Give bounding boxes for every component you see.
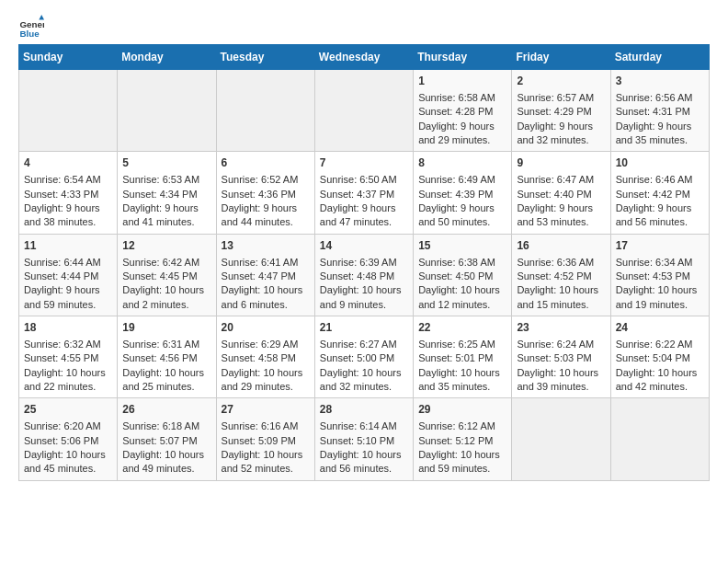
calendar-cell: 27Sunrise: 6:16 AMSunset: 5:09 PMDayligh… xyxy=(216,398,314,480)
cell-content-line: Daylight: 10 hours and 6 minutes. xyxy=(222,283,310,312)
cell-content-line: Sunrise: 6:25 AM xyxy=(418,338,506,351)
cell-content-line: Sunset: 4:37 PM xyxy=(320,188,408,201)
calendar-cell: 1Sunrise: 6:58 AMSunset: 4:28 PMDaylight… xyxy=(414,70,512,152)
cell-content-line: Sunrise: 6:39 AM xyxy=(320,256,408,270)
calendar-cell: 28Sunrise: 6:14 AMSunset: 5:10 PMDayligh… xyxy=(314,398,413,480)
day-number: 3 xyxy=(616,74,704,89)
cell-content-line: Sunrise: 6:14 AM xyxy=(320,419,408,433)
cell-content-line: Sunrise: 6:57 AM xyxy=(517,91,605,105)
calendar-cell: 18Sunrise: 6:32 AMSunset: 4:55 PMDayligh… xyxy=(19,316,118,398)
day-number: 16 xyxy=(517,238,605,254)
day-number: 2 xyxy=(517,74,605,89)
day-header-tuesday: Tuesday xyxy=(216,45,314,70)
cell-content-line: Sunrise: 6:56 AM xyxy=(616,91,704,105)
cell-content-line: Sunset: 4:29 PM xyxy=(517,105,605,119)
calendar-cell: 26Sunrise: 6:18 AMSunset: 5:07 PMDayligh… xyxy=(118,398,216,480)
calendar-cell: 15Sunrise: 6:38 AMSunset: 4:50 PMDayligh… xyxy=(414,234,512,316)
calendar-cell: 2Sunrise: 6:57 AMSunset: 4:29 PMDaylight… xyxy=(512,70,610,152)
calendar-week-row: 1Sunrise: 6:58 AMSunset: 4:28 PMDaylight… xyxy=(19,70,710,152)
cell-content-line: Daylight: 9 hours and 53 minutes. xyxy=(517,201,605,230)
calendar-cell: 9Sunrise: 6:47 AMSunset: 4:40 PMDaylight… xyxy=(512,152,610,234)
cell-content-line: Sunrise: 6:36 AM xyxy=(517,256,605,270)
cell-content-line: Daylight: 9 hours and 41 minutes. xyxy=(122,201,210,230)
day-number: 21 xyxy=(320,320,408,336)
day-number: 15 xyxy=(418,238,506,254)
day-number: 17 xyxy=(616,238,704,254)
cell-content-line: Daylight: 9 hours and 44 minutes. xyxy=(222,201,310,230)
day-number: 9 xyxy=(517,155,605,171)
cell-content-line: Sunrise: 6:46 AM xyxy=(616,173,704,187)
cell-content-line: Sunrise: 6:31 AM xyxy=(122,338,210,351)
cell-content-line: Sunrise: 6:38 AM xyxy=(418,256,506,270)
day-header-wednesday: Wednesday xyxy=(314,45,413,70)
cell-content-line: Sunrise: 6:34 AM xyxy=(616,256,704,270)
cell-content-line: Daylight: 10 hours and 52 minutes. xyxy=(222,448,310,477)
cell-content-line: Sunset: 4:48 PM xyxy=(320,270,408,283)
logo: General Blue xyxy=(18,15,46,40)
cell-content-line: Sunrise: 6:16 AM xyxy=(222,419,310,433)
calendar-table: SundayMondayTuesdayWednesdayThursdayFrid… xyxy=(18,44,710,481)
calendar-cell xyxy=(314,70,413,152)
day-number: 25 xyxy=(24,402,112,418)
calendar-cell: 19Sunrise: 6:31 AMSunset: 4:56 PMDayligh… xyxy=(118,316,216,398)
cell-content-line: Sunrise: 6:32 AM xyxy=(24,338,112,351)
calendar-cell: 29Sunrise: 6:12 AMSunset: 5:12 PMDayligh… xyxy=(414,398,512,480)
cell-content-line: Sunrise: 6:58 AM xyxy=(418,91,506,105)
cell-content-line: Daylight: 10 hours and 25 minutes. xyxy=(122,366,210,395)
cell-content-line: Sunset: 4:34 PM xyxy=(122,188,210,201)
calendar-cell: 25Sunrise: 6:20 AMSunset: 5:06 PMDayligh… xyxy=(19,398,118,480)
cell-content-line: Sunrise: 6:24 AM xyxy=(517,338,605,351)
cell-content-line: Sunset: 5:00 PM xyxy=(320,351,408,365)
cell-content-line: Daylight: 10 hours and 42 minutes. xyxy=(616,366,704,395)
cell-content-line: Sunset: 5:10 PM xyxy=(320,434,408,448)
cell-content-line: Sunrise: 6:47 AM xyxy=(517,173,605,187)
calendar-week-row: 18Sunrise: 6:32 AMSunset: 4:55 PMDayligh… xyxy=(19,316,710,398)
day-number: 6 xyxy=(222,155,310,171)
cell-content-line: Daylight: 10 hours and 22 minutes. xyxy=(24,366,112,395)
cell-content-line: Sunrise: 6:49 AM xyxy=(418,173,506,187)
svg-text:Blue: Blue xyxy=(19,29,40,39)
calendar-week-row: 11Sunrise: 6:44 AMSunset: 4:44 PMDayligh… xyxy=(19,234,710,316)
cell-content-line: Daylight: 10 hours and 59 minutes. xyxy=(418,448,506,477)
cell-content-line: Sunrise: 6:54 AM xyxy=(24,173,112,187)
calendar-cell: 23Sunrise: 6:24 AMSunset: 5:03 PMDayligh… xyxy=(512,316,610,398)
cell-content-line: Sunset: 4:53 PM xyxy=(616,270,704,283)
logo-icon: General Blue xyxy=(18,15,44,40)
calendar-cell: 22Sunrise: 6:25 AMSunset: 5:01 PMDayligh… xyxy=(414,316,512,398)
day-number: 10 xyxy=(616,155,704,171)
day-number: 4 xyxy=(24,155,112,171)
day-header-thursday: Thursday xyxy=(414,45,512,70)
cell-content-line: Sunset: 5:01 PM xyxy=(418,351,506,365)
cell-content-line: Sunrise: 6:20 AM xyxy=(24,419,112,433)
cell-content-line: Sunrise: 6:53 AM xyxy=(122,173,210,187)
cell-content-line: Sunset: 4:58 PM xyxy=(222,351,310,365)
calendar-cell: 16Sunrise: 6:36 AMSunset: 4:52 PMDayligh… xyxy=(512,234,610,316)
day-number: 23 xyxy=(517,320,605,336)
cell-content-line: Daylight: 10 hours and 2 minutes. xyxy=(122,283,210,312)
cell-content-line: Daylight: 10 hours and 9 minutes. xyxy=(320,283,408,312)
cell-content-line: Daylight: 10 hours and 29 minutes. xyxy=(222,366,310,395)
day-number: 12 xyxy=(122,238,210,254)
cell-content-line: Sunrise: 6:12 AM xyxy=(418,419,506,433)
day-number: 18 xyxy=(24,320,112,336)
cell-content-line: Sunset: 5:06 PM xyxy=(24,434,112,448)
cell-content-line: Sunset: 4:31 PM xyxy=(616,105,704,119)
day-number: 19 xyxy=(122,320,210,336)
calendar-week-row: 4Sunrise: 6:54 AMSunset: 4:33 PMDaylight… xyxy=(19,152,710,234)
cell-content-line: Daylight: 9 hours and 35 minutes. xyxy=(616,120,704,148)
cell-content-line: Sunrise: 6:41 AM xyxy=(222,256,310,270)
day-number: 29 xyxy=(418,402,506,418)
cell-content-line: Sunset: 4:50 PM xyxy=(418,270,506,283)
day-number: 11 xyxy=(24,238,112,254)
cell-content-line: Sunset: 5:09 PM xyxy=(222,434,310,448)
cell-content-line: Sunrise: 6:44 AM xyxy=(24,256,112,270)
cell-content-line: Daylight: 9 hours and 56 minutes. xyxy=(616,201,704,230)
day-number: 22 xyxy=(418,320,506,336)
day-number: 13 xyxy=(222,238,310,254)
calendar-cell: 24Sunrise: 6:22 AMSunset: 5:04 PMDayligh… xyxy=(610,316,709,398)
cell-content-line: Daylight: 9 hours and 59 minutes. xyxy=(24,283,112,312)
calendar-cell: 8Sunrise: 6:49 AMSunset: 4:39 PMDaylight… xyxy=(414,152,512,234)
day-number: 20 xyxy=(222,320,310,336)
cell-content-line: Sunset: 4:45 PM xyxy=(122,270,210,283)
calendar-cell: 3Sunrise: 6:56 AMSunset: 4:31 PMDaylight… xyxy=(610,70,709,152)
